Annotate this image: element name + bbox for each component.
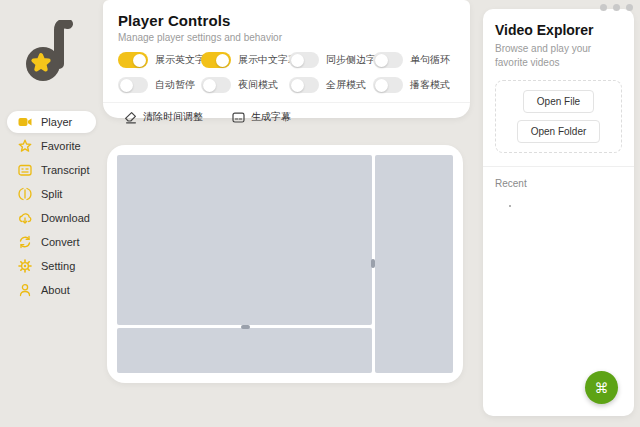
video-player-area [107,145,463,383]
sidebar-item-transcript[interactable]: Transcript [7,159,96,181]
toggle-grid: 展示英文字幕 展示中文字幕 同步侧边字幕 单句循环 自动暂停 夜间模式 [118,52,455,93]
app-logo [22,20,76,90]
action-label: 生成字幕 [251,110,291,124]
generate-subtitles-button[interactable]: 生成字幕 [231,108,291,126]
sidebar-item-download[interactable]: Download [7,207,96,229]
window-dot-icon[interactable] [613,4,620,11]
sidebar-item-about[interactable]: About [7,279,96,301]
sidebar-item-favorite[interactable]: Favorite [7,135,96,157]
clear-time-adjust-button[interactable]: 清除时间调整 [123,108,203,126]
window-dot-icon[interactable] [600,4,607,11]
toggle-switch[interactable] [118,52,148,68]
toggle-label: 单句循环 [410,53,450,67]
toggle-switch[interactable] [118,77,148,93]
video-bottom-pane[interactable] [117,328,372,373]
toggle-single-sentence-loop: 单句循环 [373,52,455,68]
star-icon [18,139,32,153]
toggle-show-english-subtitles: 展示英文字幕 [118,52,201,68]
sidebar-menu: Player Favorite Transcript Split [7,111,96,303]
toggle-switch[interactable] [201,52,231,68]
open-folder-button[interactable]: Open Folder [517,120,601,143]
toggle-switch[interactable] [289,52,319,68]
explorer-title: Video Explorer [495,22,622,38]
video-side-pane[interactable] [375,155,453,373]
window-dot-icon[interactable] [626,4,633,11]
page-title: Player Controls [118,12,455,29]
captions-icon [231,110,245,124]
sidebar-item-label: Setting [41,260,75,272]
page-subtitle: Manage player settings and behavior [118,32,455,43]
logo-d-icon [22,20,76,86]
toggle-podcast-mode: 播客模式 [373,77,455,93]
horizontal-resize-handle[interactable] [241,325,250,329]
sidebar-item-split[interactable]: Split [7,183,96,205]
toggle-show-chinese-subtitles: 展示中文字幕 [201,52,289,68]
sidebar-item-player[interactable]: Player [7,111,96,133]
sidebar-item-label: Transcript [41,164,90,176]
eraser-icon [123,110,137,124]
toggle-fullscreen-mode: 全屏模式 [289,77,373,93]
sidebar-item-label: Convert [41,236,80,248]
recent-empty-dot [509,205,511,207]
toggle-switch[interactable] [373,52,403,68]
toggle-switch[interactable] [201,77,231,93]
sidebar-item-label: Favorite [41,140,81,152]
gear-icon [18,259,32,273]
sidebar-item-label: About [41,284,70,296]
sidebar-item-label: Player [41,116,72,128]
split-icon [18,187,32,201]
transcript-icon [18,163,32,177]
download-cloud-icon [18,211,32,225]
sidebar-item-setting[interactable]: Setting [7,255,96,277]
video-explorer-panel: Video Explorer Browse and play your favo… [483,9,634,416]
window-controls [600,4,633,11]
toggle-sync-side-subtitles: 同步侧边字幕 [289,52,373,68]
explorer-subtitle: Browse and play your favorite videos [495,42,622,69]
panel-divider [483,166,634,167]
sidebar: Player Favorite Transcript Split [0,0,101,427]
sidebar-item-convert[interactable]: Convert [7,231,96,253]
command-icon: ⌘ [595,381,609,395]
sidebar-item-label: Download [41,212,90,224]
recent-section-label: Recent [495,178,622,189]
toggle-label: 自动暂停 [155,78,195,92]
shortcut-fab-button[interactable]: ⌘ [585,371,618,404]
action-label: 清除时间调整 [143,110,203,124]
toggle-label: 全屏模式 [326,78,366,92]
toggle-label: 夜间模式 [238,78,278,92]
toggle-switch[interactable] [289,77,319,93]
toggle-switch[interactable] [373,77,403,93]
toggle-night-mode: 夜间模式 [201,77,289,93]
open-file-button[interactable]: Open File [523,90,594,113]
sidebar-item-label: Split [41,188,62,200]
open-dropzone: Open File Open Folder [495,80,622,153]
person-icon [18,283,32,297]
video-camera-icon [18,115,32,129]
convert-arrows-icon [18,235,32,249]
toggle-label: 播客模式 [410,78,450,92]
vertical-resize-handle[interactable] [371,259,375,268]
action-row: 清除时间调整 生成字幕 [118,103,455,131]
video-main-pane[interactable] [117,155,372,325]
player-controls-panel: Player Controls Manage player settings a… [103,0,470,118]
toggle-auto-pause: 自动暂停 [118,77,201,93]
